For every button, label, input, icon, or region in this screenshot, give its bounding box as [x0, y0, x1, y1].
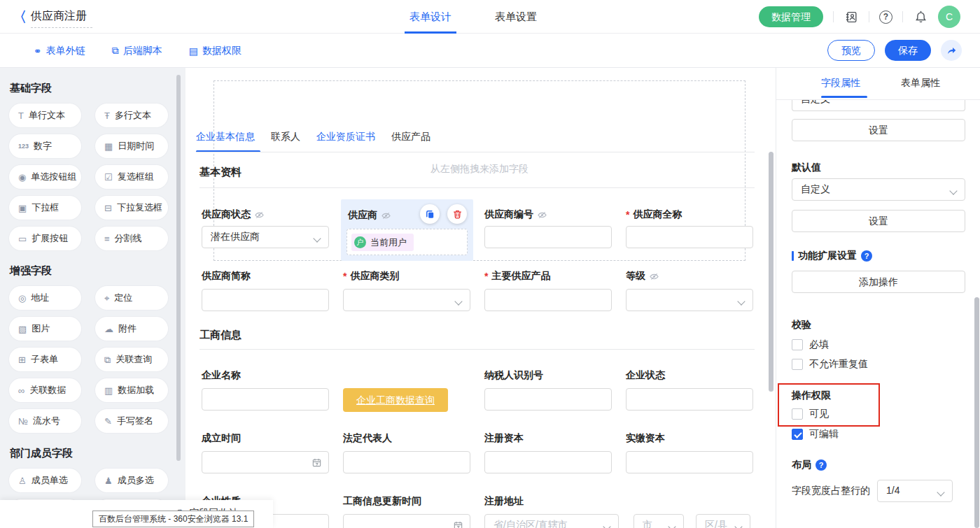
field-width-select[interactable]: 1/4 [877, 480, 953, 502]
tab-company-basic-info[interactable]: 企业基本信息 [196, 131, 255, 152]
tab-company-qualification[interactable]: 企业资质证书 [316, 131, 375, 152]
eye-off-icon [254, 210, 265, 220]
sidebar-field-dropdown-multi[interactable]: ⊟下拉复选框 [95, 196, 168, 220]
grade-select[interactable] [626, 289, 753, 311]
add-operation-button[interactable]: 添加操作 [792, 271, 965, 293]
editable-checkbox[interactable] [792, 429, 803, 440]
width-label: 字段宽度占整行的 [792, 485, 870, 497]
sidebar-field-member-multi[interactable]: ♟成员多选 [95, 469, 168, 492]
sidebar-field-multi-line-text[interactable]: Ŧ多行文本 [95, 104, 168, 127]
legal-rep-input[interactable] [343, 451, 470, 473]
address-city-select[interactable]: 市 [634, 514, 684, 528]
backend-script-link[interactable]: ⧉ 后端脚本 [112, 45, 162, 57]
biz-data-query-button[interactable]: 企业工商数据查询 [343, 388, 448, 412]
address-province-select[interactable]: 省/自治区/直辖市 [484, 514, 619, 528]
canvas-scrollbar[interactable] [769, 152, 774, 392]
data-manage-button[interactable]: 数据管理 [759, 6, 823, 27]
settings-button-top[interactable]: 设置 [792, 119, 965, 141]
sidebar-field-dropdown[interactable]: ▣下拉框 [9, 196, 81, 220]
required-checkbox-row: 必填 [792, 338, 829, 351]
serial-number-icon: № [18, 417, 28, 426]
sidebar-field-serial-number[interactable]: №流水号 [9, 409, 81, 433]
current-user-tag[interactable]: 户 当前用户 [351, 234, 414, 251]
preview-button[interactable]: 预览 [827, 40, 875, 61]
required-checkbox[interactable] [792, 339, 803, 350]
field-pill-label: 成员多选 [118, 474, 154, 487]
sidebar-field-attachment[interactable]: ☁附件 [95, 317, 168, 341]
eye-off-icon [649, 271, 659, 282]
supplier-no-input[interactable] [484, 226, 612, 248]
supplier-status-select[interactable]: 潜在供应商 [202, 226, 329, 248]
taxpayer-id-input[interactable] [484, 388, 612, 411]
tab-form-settings[interactable]: 表单设置 [495, 0, 537, 34]
help-icon[interactable]: ? [879, 10, 892, 24]
default-value-select[interactable]: 自定义 [792, 178, 965, 201]
paidin-capital-input[interactable] [626, 451, 753, 473]
sidebar-field-number[interactable]: 123数字 [9, 134, 81, 158]
field-label-main-products: * 主要供应产品 [484, 270, 550, 283]
sidebar-field-extend-button[interactable]: ▭扩展按钮 [9, 227, 81, 250]
founded-time-date-input[interactable] [202, 451, 329, 473]
help-icon[interactable]: ? [861, 250, 872, 262]
visible-checkbox[interactable] [792, 408, 803, 420]
settings-button-default[interactable]: 设置 [792, 210, 965, 232]
sidebar-field-relation-query[interactable]: ⧉关联查询 [95, 348, 168, 371]
sidebar-field-relation-data[interactable]: ∞关联数据 [9, 378, 81, 402]
sidebar-field-signature[interactable]: ✎手写签名 [95, 409, 168, 433]
field-pill-label: 分割线 [115, 232, 142, 245]
sidebar-field-divider[interactable]: ≡分割线 [95, 227, 168, 250]
sidebar-field-member-single[interactable]: ♙成员单选 [9, 469, 81, 492]
user-avatar[interactable]: C [938, 6, 960, 28]
supplier-member-input[interactable]: 户 当前用户 [346, 229, 468, 255]
sidebar-field-image[interactable]: ▧图片 [9, 317, 81, 341]
link-label: 数据权限 [202, 45, 241, 57]
address-district-select[interactable]: 区/县 [696, 514, 750, 528]
supplier-fullname-input[interactable] [626, 226, 753, 248]
copy-field-button[interactable] [420, 204, 440, 224]
data-load-icon: ▥ [104, 386, 113, 395]
sidebar-field-address[interactable]: ◎地址 [9, 286, 81, 310]
field-pill-label: 下拉复选框 [117, 201, 162, 214]
tab-contacts[interactable]: 联系人 [271, 131, 300, 152]
share-button[interactable] [941, 40, 962, 61]
field-pill-label: 流水号 [33, 415, 60, 427]
field-pill-label: 日期时间 [118, 140, 154, 152]
form-external-link[interactable]: ⚭ 表单外链 [34, 45, 85, 57]
company-name-input[interactable] [202, 388, 329, 411]
tab-form-design[interactable]: 表单设计 [410, 0, 451, 34]
supplier-shortname-input[interactable] [202, 289, 329, 311]
delete-field-button[interactable] [447, 204, 467, 224]
tab-form-properties[interactable]: 表单属性 [901, 77, 940, 90]
back-icon[interactable]: 〈 [13, 8, 27, 26]
sidebar-field-checkbox-group[interactable]: ☑复选框组 [95, 165, 168, 189]
no-duplicate-checkbox[interactable] [792, 359, 803, 370]
biz-update-time-date-input[interactable] [343, 514, 470, 528]
relation-data-icon: ∞ [18, 386, 24, 395]
field-label-founded-time: 成立时间 [202, 432, 241, 445]
tab-field-properties[interactable]: 字段属性 [821, 77, 860, 90]
extension-settings-title: 功能扩展设置 ? [792, 250, 872, 262]
supplier-category-select[interactable] [343, 289, 470, 311]
registered-capital-input[interactable] [484, 451, 612, 473]
help-icon[interactable]: ? [816, 459, 827, 471]
address-book-icon[interactable] [844, 9, 859, 24]
selected-field-supplier[interactable]: 供应商 户 当前用户 [341, 199, 473, 261]
notification-bell-icon[interactable] [913, 9, 928, 24]
sidebar-field-datetime[interactable]: ▦日期时间 [95, 134, 168, 158]
save-button[interactable]: 保存 [885, 40, 931, 61]
sidebar-field-sub-form[interactable]: ⊞子表单 [9, 348, 81, 371]
company-status-input[interactable] [626, 388, 753, 411]
drag-hint-text: 从左侧拖拽来添加字段 [382, 163, 578, 176]
sidebar-field-data-load[interactable]: ▥数据加载 [95, 378, 168, 402]
main-products-input[interactable] [484, 289, 612, 311]
window-scrollbar[interactable] [974, 297, 979, 528]
clipped-select[interactable]: 自定义 [792, 100, 965, 111]
sidebar-field-location[interactable]: ⌖定位 [95, 286, 168, 310]
sidebar-field-radio-group[interactable]: ◉单选按钮组 [9, 165, 81, 189]
data-permission-link[interactable]: ▤ 数据权限 [189, 45, 241, 57]
sidebar-scrollbar[interactable] [176, 75, 181, 461]
field-pill-label: 数据加载 [118, 384, 154, 397]
tab-supply-products[interactable]: 供应产品 [391, 131, 430, 152]
sidebar-field-single-line-text[interactable]: T单行文本 [9, 104, 81, 127]
field-label-supplier-fullname: * 供应商全称 [626, 208, 682, 221]
